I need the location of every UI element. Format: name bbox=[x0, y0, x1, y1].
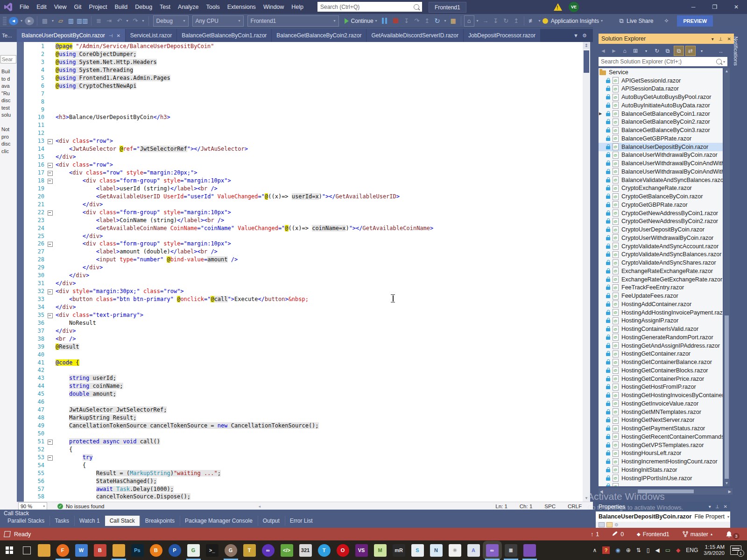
se-horizontal-scrollbar[interactable]: ◀ ▶ bbox=[599, 488, 733, 495]
code-text[interactable]: <div class="form-group" style="margin:10… bbox=[56, 177, 583, 185]
code-text[interactable] bbox=[56, 122, 583, 130]
code-line[interactable]: 21 </div> bbox=[24, 201, 583, 209]
se-collapse-icon[interactable]: ⧉ bbox=[663, 46, 672, 56]
prop-categorized-icon[interactable] bbox=[599, 522, 605, 527]
code-line[interactable]: 18 <div class="form-group" style="margin… bbox=[24, 177, 583, 185]
fold-margin[interactable] bbox=[44, 493, 56, 501]
toolbar-grip[interactable] bbox=[3, 17, 7, 25]
code-text[interactable]: </div> bbox=[56, 328, 583, 336]
application-insights-button[interactable]: Application Insights bbox=[551, 18, 599, 24]
code-text[interactable]: </div> bbox=[56, 304, 583, 312]
se-home-icon[interactable]: ⌂ bbox=[620, 46, 629, 56]
panel-dropdown-icon[interactable]: ▾ bbox=[712, 36, 714, 42]
code-line[interactable]: 9 bbox=[24, 106, 583, 114]
navigate-home-icon[interactable]: ⌂ bbox=[464, 15, 474, 27]
tree-item[interactable]: CryptoGetGBPRate.razor bbox=[599, 201, 723, 209]
code-line[interactable]: 41@code { bbox=[24, 359, 583, 367]
collapse-icon[interactable] bbox=[48, 210, 53, 216]
space-indicator[interactable]: SPC bbox=[544, 504, 556, 509]
search-icon[interactable] bbox=[414, 4, 419, 10]
code-text[interactable]: <GetAvailableUserID UserId="userId" Valu… bbox=[56, 193, 583, 201]
fold-margin[interactable] bbox=[44, 351, 56, 359]
fold-margin[interactable] bbox=[44, 320, 56, 328]
code-line[interactable]: 37</div> bbox=[24, 328, 583, 336]
tree-item[interactable]: HostingGetContainerBalance.razor bbox=[599, 358, 723, 366]
repository-button[interactable]: ◆ Frontend1 bbox=[630, 531, 676, 538]
se-hscroll-thumb[interactable] bbox=[638, 490, 694, 493]
code-line[interactable]: 19 <label>userId (string)</label><br /> bbox=[24, 185, 583, 193]
step2-out-icon[interactable]: ↥ bbox=[512, 16, 521, 26]
code-line[interactable]: 14 <JwtAuSelector @ref="JwtSelectorRef">… bbox=[24, 146, 583, 154]
se-search-icon[interactable] bbox=[716, 59, 722, 64]
se-scroll-thumb[interactable] bbox=[725, 315, 729, 479]
fold-margin[interactable] bbox=[44, 225, 56, 233]
tab-BalanceGetBalanceByCoin1.razor[interactable]: BalanceGetBalanceByCoin1.razor bbox=[177, 29, 271, 42]
fold-margin[interactable] bbox=[44, 154, 56, 161]
solution-config-select[interactable]: Debug▾ bbox=[153, 15, 189, 27]
code-line[interactable]: 26 <div class="form-group" style="margin… bbox=[24, 240, 583, 248]
tree-item[interactable]: BalanceGetBalanceByCoin3.razor bbox=[599, 126, 723, 134]
se-pending-changes-icon[interactable]: ↻ bbox=[652, 46, 662, 56]
code-line[interactable]: 32<div style="margin:30px;" class="row"> bbox=[24, 288, 583, 296]
tools-app-icon[interactable]: T bbox=[243, 544, 256, 557]
startup-project-select[interactable]: Frontend1▾ bbox=[247, 15, 339, 27]
fold-margin[interactable] bbox=[44, 343, 56, 351]
fold-margin[interactable] bbox=[44, 177, 56, 185]
fold-margin[interactable] bbox=[44, 106, 56, 114]
tree-item[interactable]: BalanceGetGBPRate.razor bbox=[599, 134, 723, 143]
nav-back-icon[interactable]: ◄ bbox=[9, 17, 18, 25]
tree-item[interactable]: HostingGetNextServer.razor bbox=[599, 416, 723, 425]
code-text[interactable]: @page "/Admin/Service/BalanceUserDeposit… bbox=[56, 43, 583, 51]
tab-options-gear-icon[interactable]: ⚙ bbox=[582, 33, 587, 39]
code-text[interactable]: <JwtAuSelector @ref="JwtSelectorRef"></J… bbox=[56, 146, 583, 154]
se-overflow-icon[interactable]: ‥ bbox=[716, 46, 726, 56]
tree-item[interactable]: HostingGetRecentContainerCommands bbox=[599, 433, 723, 441]
tree-item[interactable] bbox=[599, 483, 723, 487]
code-app-icon[interactable]: </> bbox=[281, 544, 293, 557]
code-text[interactable]: StateHasChanged(); bbox=[56, 478, 583, 486]
code-line[interactable]: 27 <label>amount (double)</label><br /> bbox=[24, 248, 583, 256]
code-text[interactable]: CancellationTokenSource cancelTokenSourc… bbox=[56, 422, 583, 430]
fold-margin[interactable] bbox=[44, 130, 56, 138]
photoshop-icon[interactable]: Ps bbox=[131, 544, 144, 557]
fold-margin[interactable] bbox=[44, 59, 56, 67]
volume-icon[interactable]: ◀ bbox=[655, 547, 659, 553]
code-text[interactable]: <button class="btn btn-primary" @onclick… bbox=[56, 296, 583, 304]
collapse-icon[interactable] bbox=[48, 455, 53, 461]
scroll-down-icon[interactable]: ▼ bbox=[583, 495, 590, 502]
fold-margin[interactable] bbox=[44, 114, 56, 122]
tree-item[interactable]: AutoBuyGetAutoBuysByPool.razor bbox=[599, 93, 723, 101]
step-over-icon[interactable]: ↷ bbox=[412, 16, 422, 26]
thunderbird-icon[interactable]: T bbox=[318, 544, 331, 557]
tree-item[interactable]: HostingGetVPSTemplates.razor bbox=[599, 441, 723, 449]
properties-object-select[interactable]: BalanceUserDepositByCoin.razor File Prop… bbox=[596, 511, 730, 522]
indent-icon[interactable]: ⇥ bbox=[105, 16, 114, 26]
stop-icon[interactable] bbox=[393, 18, 398, 23]
menu-window[interactable]: Window bbox=[260, 0, 288, 14]
fold-margin[interactable] bbox=[44, 359, 56, 367]
fold-margin[interactable] bbox=[44, 383, 56, 391]
code-line[interactable]: 5@using Frontend1.Areas.Admin.Pages bbox=[24, 75, 583, 83]
code-text[interactable]: Result = (MarkupString)"waiting ..."; bbox=[56, 470, 583, 478]
tree-item[interactable]: HostingGetHostFromIP.razor bbox=[599, 383, 723, 392]
code-line[interactable]: 58 cancelTokenSource.Dispose(); bbox=[24, 493, 583, 501]
tree-item[interactable]: HostingAssignIP.razor bbox=[599, 317, 723, 325]
fold-margin[interactable] bbox=[44, 454, 56, 462]
fold-margin[interactable] bbox=[44, 91, 56, 98]
code-line[interactable]: 50 bbox=[24, 430, 583, 438]
code-line[interactable]: 10<h3>Balance/UserDepositByCoin</h3> bbox=[24, 114, 583, 122]
se-scroll-up-icon[interactable]: ▲ bbox=[724, 69, 730, 73]
se-scroll-right-icon[interactable]: ▶ bbox=[728, 490, 731, 494]
tree-item[interactable]: HostingAddContainer.razor bbox=[599, 300, 723, 308]
usb-icon[interactable]: ⇅ bbox=[636, 547, 641, 553]
tree-item[interactable]: CryptoValidateAndSyncAccount.razor bbox=[599, 242, 723, 251]
code-line[interactable]: 29 </div> bbox=[24, 264, 583, 272]
menu-test[interactable]: Test bbox=[156, 0, 174, 14]
hot-reload-dropdown[interactable]: ▾ bbox=[537, 16, 542, 26]
tree-item[interactable]: HostingIncrementHostingCount.razor bbox=[599, 457, 723, 466]
fold-margin[interactable] bbox=[44, 83, 56, 91]
code-text[interactable]: </div> bbox=[56, 280, 583, 288]
menu-view[interactable]: View bbox=[50, 0, 70, 14]
fold-margin[interactable] bbox=[44, 67, 56, 75]
fold-margin[interactable] bbox=[44, 217, 56, 225]
